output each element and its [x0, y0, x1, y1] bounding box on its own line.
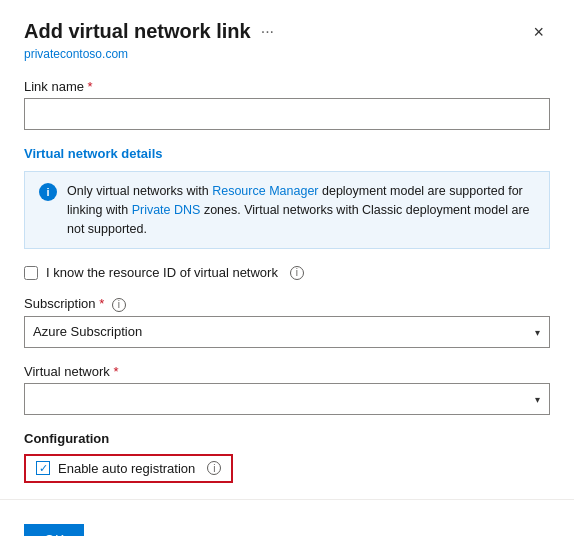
vnet-select[interactable] — [24, 383, 550, 415]
vnet-label: Virtual network * — [24, 364, 550, 379]
info-box: i Only virtual networks with Resource Ma… — [24, 171, 550, 249]
title-row: Add virtual network link ··· — [24, 20, 274, 43]
link-name-input[interactable] — [24, 98, 550, 130]
subscription-required: * — [99, 296, 104, 311]
vnet-section-title: Virtual network details — [24, 146, 550, 161]
required-marker: * — [88, 79, 93, 94]
checkmark-icon: ✓ — [39, 463, 48, 474]
vnet-select-wrapper: ▾ — [24, 383, 550, 415]
dialog-subtitle: privatecontoso.com — [24, 47, 550, 61]
subscription-select-wrapper: Azure Subscription ▾ — [24, 316, 550, 348]
subscription-info-icon[interactable]: i — [112, 298, 126, 312]
link-name-label: Link name * — [24, 79, 550, 94]
subscription-label: Subscription * i — [24, 296, 550, 312]
resource-id-checkbox[interactable] — [24, 266, 38, 280]
close-button[interactable]: × — [527, 21, 550, 43]
configuration-section: Configuration ✓ Enable auto registration… — [24, 431, 550, 483]
add-virtual-network-link-dialog: Add virtual network link ··· × privateco… — [0, 0, 574, 536]
private-dns-link[interactable]: Private DNS — [132, 203, 201, 217]
auto-registration-info-icon[interactable]: i — [207, 461, 221, 475]
resource-id-label: I know the resource ID of virtual networ… — [46, 265, 278, 280]
info-icon: i — [39, 183, 57, 201]
resource-id-checkbox-row: I know the resource ID of virtual networ… — [24, 265, 550, 280]
auto-registration-checkbox-visual: ✓ — [36, 461, 50, 475]
vnet-required: * — [113, 364, 118, 379]
subscription-select[interactable]: Azure Subscription — [24, 316, 550, 348]
dialog-ellipsis[interactable]: ··· — [261, 23, 274, 41]
auto-registration-row: ✓ Enable auto registration i — [24, 454, 233, 483]
auto-registration-label: Enable auto registration — [58, 461, 195, 476]
configuration-title: Configuration — [24, 431, 550, 446]
resource-manager-link[interactable]: Resource Manager — [212, 184, 318, 198]
dialog-header: Add virtual network link ··· × — [24, 20, 550, 43]
dialog-title: Add virtual network link — [24, 20, 251, 43]
info-text: Only virtual networks with Resource Mana… — [67, 182, 535, 238]
resource-id-info-icon[interactable]: i — [290, 266, 304, 280]
ok-button[interactable]: OK — [24, 524, 84, 536]
footer-divider — [0, 499, 574, 500]
